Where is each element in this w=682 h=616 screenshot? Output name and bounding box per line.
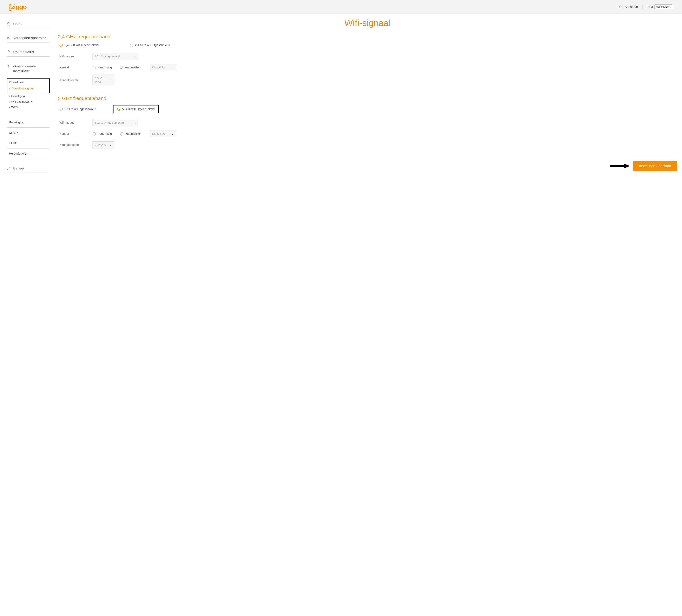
radio-24-auto[interactable]: Automatisch [120,66,141,69]
radio-5-auto[interactable]: Automatisch [120,132,141,136]
sidebar-wireless-signal[interactable]: Draadloos signaal [9,86,47,91]
main: Wifi-signaal 2,4 GHz frequentieband 2,4 … [58,17,677,174]
language-select[interactable]: Nederlands ⇅ [654,4,673,9]
select-24-mode-value: 802.11g/n gemengd [95,55,120,58]
nav-home[interactable]: Home [7,19,50,28]
svg-marker-11 [624,163,630,169]
sidebar-firewall[interactable]: Beveiliging [7,117,50,128]
sidebar-security-sub[interactable]: Beveiliging [9,93,50,99]
svg-point-4 [9,37,10,37]
sidebar-tools[interactable]: Hulpmiddelen [7,149,50,159]
radio-24-enabled[interactable]: 2,4 GHz wifi ingeschakeld [60,43,99,47]
logout-button[interactable]: Afmelden [619,5,638,9]
layout: Home Verbonden apparaten Router status G… [0,14,682,181]
section-title-24: 2,4 GHz frequentieband [58,34,677,40]
chevron-down-icon: ⌄ [109,79,112,82]
sidebar-guest-network[interactable]: Wifi-gastnetwerk [9,99,50,105]
radio-24-manual[interactable]: Handmatig [92,66,112,69]
sidebar-wireless-title[interactable]: Draadloos [9,81,47,86]
chevron-down-icon: ⌄ [109,143,112,147]
row-24-mode: Wifi-modus 802.11g/n gemengd ⌄ [58,51,677,62]
row-5-width: Kanaalbreedte 20/40/80 MHz ⌄ [58,139,677,150]
select-5-channel[interactable]: Kanaal 36 ⌄ [150,130,176,137]
nav-admin[interactable]: Beheer [7,164,50,173]
chevron-down-icon: ⌄ [171,132,174,136]
label-5-mode: Wifi-modus [60,121,88,125]
sidebar: Home Verbonden apparaten Router status G… [7,17,50,174]
radio-5-auto-label: Automatisch [125,132,141,136]
gear-icon [7,64,11,68]
select-24-width-value: 20/40 MHz [95,77,107,84]
svg-point-3 [7,37,8,37]
nav-connected-devices[interactable]: Verbonden apparaten [7,34,50,43]
radio-5-enabled[interactable]: 5 GHz wifi ingeschakeld [60,107,107,111]
select-24-width[interactable]: 20/40 MHz ⌄ [92,75,114,85]
nav-router-status[interactable]: Router status [7,47,50,57]
nav-advanced-settings[interactable]: Geavanceerde instellingen [7,62,50,76]
logo-text: ziggo [11,3,27,10]
radio-24-manual-label: Handmatig [97,66,112,69]
language-value: Nederlands [656,5,668,8]
select-5-width[interactable]: 20/40/80 MHz ⌄ [92,141,114,149]
sidebar-upnp[interactable]: UPnP [7,138,50,149]
label-5-width: Kanaalbreedte [60,143,88,147]
select-24-channel-value: Kanaal 11 [152,66,165,69]
chevron-down-icon: ⌄ [134,121,136,125]
devices-icon [7,36,11,40]
save-row: Instellingen opslaan [58,159,677,174]
home-icon [7,22,11,26]
select-24-mode[interactable]: 802.11g/n gemengd ⌄ [92,53,139,60]
row-24-channel: Kanaal Handmatig Automatisch Kanaal 11 ⌄ [58,62,677,73]
radio-5-manual[interactable]: Handmatig [92,132,112,136]
radio-unchecked-icon [60,108,63,111]
header-divider [642,4,643,9]
header-right: Afmelden Taal Nederlands ⇅ [619,4,673,9]
svg-rect-8 [9,51,10,53]
radio-24-enabled-label: 2,4 GHz wifi ingeschakeld [64,43,99,47]
pencil-icon [7,166,11,171]
sidebar-dhcp[interactable]: DHCP [7,128,50,138]
chevron-updown-icon: ⇅ [669,5,672,8]
svg-point-2 [8,37,9,38]
label-24-mode: Wifi-modus [60,55,88,58]
label-5-channel: Kanaal [60,132,88,136]
nav-router-label: Router status [13,50,34,54]
radio-checked-icon [60,44,63,47]
sidebar-wireless-list: Beveiliging Wifi-gastnetwerk WPS [7,93,50,111]
svg-rect-10 [610,165,625,167]
radio-24-disabled-label: 2,4 GHz wifi uitgeschakeld [135,43,170,47]
channel-24-radios: Handmatig Automatisch Kanaal 11 ⌄ [92,64,176,71]
radio-unchecked-icon [92,132,96,136]
label-24-channel: Kanaal [60,66,88,69]
svg-point-9 [8,65,9,66]
radio-5-manual-label: Handmatig [97,132,112,136]
svg-rect-7 [8,50,9,53]
select-24-channel[interactable]: Kanaal 11 ⌄ [150,64,176,71]
select-5-mode[interactable]: 802.11a/n/ac gemengd ⌄ [92,119,139,126]
select-5-mode-value: 802.11a/n/ac gemengd [95,121,124,125]
select-5-width-value: 20/40/80 MHz [95,143,107,147]
radio-24-disabled[interactable]: 2,4 GHz wifi uitgeschakeld [130,43,170,47]
page-title: Wifi-signaal [58,18,677,28]
radio-5-disabled[interactable]: 5 GHz wifi uitgeschakeld [113,105,159,113]
save-button[interactable]: Instellingen opslaan [633,161,677,171]
svg-point-6 [9,38,10,39]
divider [58,155,677,155]
logo-bracket-icon: [ [9,3,12,10]
radio-24-auto-label: Automatisch [125,66,141,69]
row-5-channel: Kanaal Handmatig Automatisch Kanaal 36 ⌄ [58,128,677,139]
row-24-width: Kanaalbreedte 20/40 MHz ⌄ [58,73,677,87]
sidebar-wps[interactable]: WPS [9,105,50,110]
nav-admin-label: Beheer [13,166,24,170]
radio-checked-icon [120,132,123,136]
channel-5-radios: Handmatig Automatisch Kanaal 36 ⌄ [92,130,176,137]
language-group: Taal Nederlands ⇅ [647,4,673,9]
radio-5-disabled-label: 5 GHz wifi uitgeschakeld [122,107,155,111]
label-24-width: Kanaalbreedte [60,79,88,82]
section-title-5: 5 GHz frequentieband [58,95,677,101]
radio-row-24-enable: 2,4 GHz wifi ingeschakeld 2,4 GHz wifi u… [58,43,677,51]
chevron-down-icon: ⌄ [171,66,174,69]
nav-connected-label: Verbonden apparaten [13,36,47,40]
nav-advanced-label: Geavanceerde instellingen [13,64,49,73]
language-label: Taal [647,5,653,8]
